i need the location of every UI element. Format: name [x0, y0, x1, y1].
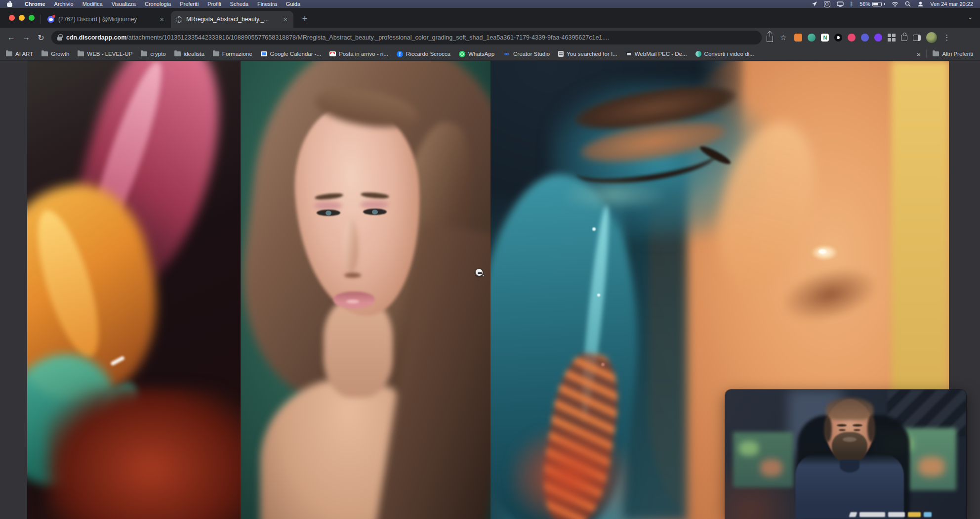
close-window-button[interactable]: [9, 15, 15, 21]
bookmark-creator-studio[interactable]: ∞Creator Studio: [503, 51, 550, 57]
lip-highlight-shape: [346, 300, 359, 303]
menu-archivio[interactable]: Archivio: [50, 0, 78, 8]
red-accent-shape: [510, 427, 629, 519]
menu-scheda[interactable]: Scheda: [226, 0, 253, 8]
nostril-shape: [344, 273, 361, 278]
watermark-partial: [850, 511, 934, 518]
gmail-icon: [329, 51, 336, 56]
bookmark-folder-formazione[interactable]: Formazione: [213, 51, 252, 57]
chrome-toolbar: ← → ↻ cdn.discordapp.com/attachments/101…: [0, 28, 980, 47]
bluetooth-icon[interactable]: ᛒ: [850, 1, 854, 7]
right-eyeshadow-shape: [360, 201, 389, 209]
meta-icon: ∞: [503, 51, 510, 57]
tab-title: MRregista_Abstract_beauty._...: [186, 16, 279, 23]
reload-button[interactable]: ↻: [34, 33, 48, 43]
minimize-window-button[interactable]: [19, 15, 25, 21]
sparkle-dot: [597, 294, 600, 297]
extension-purple-icon[interactable]: [874, 34, 882, 42]
menu-profili[interactable]: Profili: [203, 0, 226, 8]
menu-chrome[interactable]: Chrome: [20, 0, 50, 8]
extension-teal-icon[interactable]: [808, 34, 816, 42]
url-text[interactable]: cdn.discordapp.com/attachments/101351233…: [66, 34, 609, 41]
menu-modifica[interactable]: Modifica: [78, 0, 107, 8]
address-bar[interactable]: cdn.discordapp.com/attachments/101351233…: [51, 31, 762, 44]
left-monitor: [733, 432, 793, 487]
folder-icon: [213, 51, 219, 56]
menu-visualizza[interactable]: Visualizza: [107, 0, 140, 8]
wifi-icon[interactable]: [892, 1, 898, 7]
bookmark-folder-web-level-up[interactable]: WEB - LEVEL-UP: [78, 51, 132, 57]
bookmark-folder-idealista[interactable]: idealista: [174, 51, 204, 57]
location-icon[interactable]: [812, 1, 817, 7]
extension-indigo-icon[interactable]: [861, 34, 869, 42]
bookmark-converti-video[interactable]: Converti i video di...: [695, 51, 754, 57]
tab-search-icon[interactable]: ⌄: [967, 13, 973, 21]
undereye-reflection-shape: [565, 180, 663, 210]
bookmark-folder-ai-art[interactable]: AI ART: [6, 51, 33, 57]
menu-finestra[interactable]: Finestra: [253, 0, 282, 8]
tab-close-icon[interactable]: ✕: [283, 16, 288, 23]
red-glow-shape: [47, 388, 241, 519]
menu-preferiti[interactable]: Preferiti: [175, 0, 203, 8]
bookmark-gmail[interactable]: Posta in arrivo - ri...: [329, 51, 388, 57]
presenter-hair-side: [824, 416, 832, 442]
apple-menu-icon[interactable]: [7, 1, 12, 7]
bookmarks-bar: AI ART Growth WEB - LEVEL-UP crypto idea…: [0, 47, 980, 61]
presenter-brow: [837, 424, 847, 427]
extension-orange-icon[interactable]: [794, 34, 802, 42]
zoom-window-button[interactable]: [29, 15, 35, 21]
whatsapp-icon: [459, 51, 465, 57]
lock-icon[interactable]: [57, 37, 62, 41]
artwork-panel-portrait: [241, 61, 490, 519]
google-calendar-icon: [261, 51, 267, 56]
extension-grid-icon[interactable]: [888, 34, 896, 42]
presenter-eye: [854, 429, 860, 431]
omnibox-actions: ☆: [767, 33, 786, 42]
menu-guida[interactable]: Guida: [282, 0, 305, 8]
extension-notion-icon[interactable]: N: [821, 34, 829, 42]
extension-black-icon[interactable]: [834, 34, 842, 42]
webmail-icon: [626, 51, 632, 57]
bookmarks-overflow-icon[interactable]: »: [917, 50, 920, 58]
display-icon[interactable]: [837, 1, 844, 7]
extension-pink-icon[interactable]: [848, 34, 856, 42]
bookmark-whatsapp[interactable]: WhatsApp: [459, 51, 494, 57]
control-center-icon[interactable]: [917, 1, 924, 7]
side-panel-icon[interactable]: [913, 35, 921, 41]
bookmark-google-calendar[interactable]: Google Calendar -...: [261, 51, 322, 57]
artwork-panel-abstract-fluid: [27, 61, 241, 519]
new-tab-button[interactable]: +: [298, 13, 311, 26]
folder-icon: [141, 51, 147, 56]
tab-close-icon[interactable]: ✕: [159, 16, 165, 23]
bookmark-star-icon[interactable]: ☆: [780, 33, 786, 42]
bookmark-facebook[interactable]: fRiccardo Scrocca: [397, 51, 450, 57]
search-icon[interactable]: [905, 1, 911, 7]
chrome-tabstrip: (2762) Discord | @Midjourney ✕ MRregista…: [0, 8, 980, 28]
back-button[interactable]: ←: [4, 33, 19, 42]
sparkle-dot: [592, 227, 596, 231]
globe-favicon: [176, 16, 182, 23]
tab-discord[interactable]: (2762) Discord | @Midjourney ✕: [42, 11, 170, 28]
chrome-menu-icon[interactable]: ⋮: [943, 33, 950, 42]
bookmark-webmail-pec[interactable]: WebMail PEC - De...: [626, 51, 687, 57]
extensions-row: N: [794, 32, 937, 43]
macos-menubar: Chrome Archivio Modifica Visualizza Cron…: [0, 0, 980, 8]
menubar-clock[interactable]: Ven 24 mar 20:22: [930, 1, 973, 7]
profile-avatar[interactable]: [926, 32, 937, 43]
bookmark-folder-growth[interactable]: Growth: [41, 51, 69, 57]
presenter-hair-side: [867, 415, 875, 442]
bookmark-folder-crypto[interactable]: crypto: [141, 51, 165, 57]
battery-indicator[interactable]: 56%: [859, 1, 885, 7]
left-iris-shape: [326, 211, 331, 216]
menu-cronologia[interactable]: Cronologia: [140, 0, 175, 8]
app-o-icon[interactable]: O: [824, 1, 830, 7]
left-eyeshadow-shape: [314, 202, 342, 210]
presenter-eye: [839, 429, 846, 431]
other-bookmarks-folder[interactable]: Altri Preferiti: [933, 51, 973, 57]
menubar-status: O ᛒ 56% Ven 24 mar 20:22: [812, 1, 980, 7]
bookmark-you-searched[interactable]: You searched for I...: [558, 51, 617, 57]
share-icon[interactable]: [767, 36, 773, 42]
forward-button[interactable]: →: [19, 33, 34, 42]
extensions-puzzle-icon[interactable]: [901, 35, 907, 41]
tab-image-viewer[interactable]: MRregista_Abstract_beauty._... ✕: [171, 11, 293, 28]
